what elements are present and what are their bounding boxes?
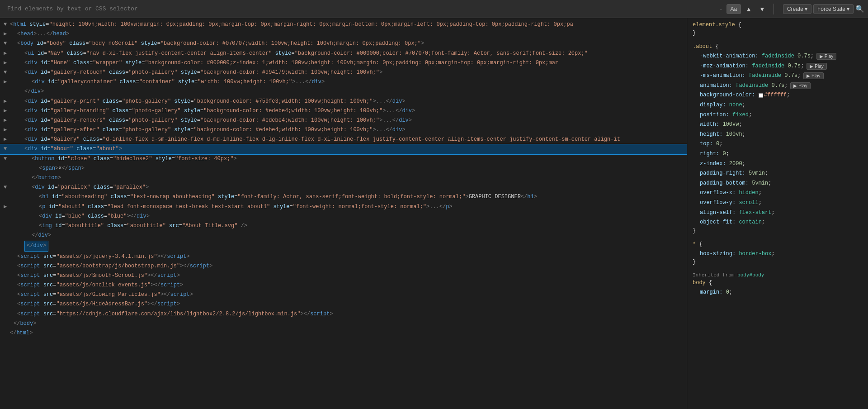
dom-line[interactable]: ▶ <div id="gallery-branding" class="phot…	[0, 106, 687, 116]
animation-play-button[interactable]: ▶ Play	[790, 82, 810, 89]
dom-line[interactable]: ▼ <html style="height: 100vh;width: 100v…	[0, 20, 687, 29]
dom-line[interactable]: ▼ <div id="gallery-retouch" class="photo…	[0, 68, 687, 77]
dom-content: <img id="abouttitle" class="abouttitle" …	[39, 222, 247, 230]
dom-content: <script src="assets/bootstrap/js/bootstr…	[17, 262, 212, 271]
dom-line[interactable]: </div>	[0, 87, 687, 96]
tree-toggle	[4, 241, 10, 249]
css-box-sizing: box-sizing: border-box ;	[693, 249, 863, 259]
tree-toggle[interactable]: ▶	[4, 59, 10, 67]
dom-line[interactable]: </button>	[0, 173, 687, 183]
dom-content: <div id="gallery-print" class="photo-gal…	[24, 97, 406, 106]
tree-toggle	[4, 329, 10, 338]
body-block: body { margin: 0 ;	[693, 280, 863, 298]
force-state-label: Force State	[817, 6, 845, 12]
dom-line[interactable]: ▼ <button id="close" class="hideclose2" …	[0, 154, 687, 164]
dom-content: <script src="assets/js/HideAdressBar.js"…	[17, 300, 180, 309]
dom-line[interactable]: <script src="assets/js/Smooth-Scrool.js"…	[0, 271, 687, 281]
css-object-fit: object-fit: contain ;	[693, 218, 863, 228]
inherited-label: Inherited from body#body	[693, 272, 863, 278]
dom-content: <span>×</span>	[39, 164, 85, 173]
inherited-body-link[interactable]: body#body	[737, 272, 764, 278]
tree-toggle[interactable]: ▶	[4, 97, 10, 106]
dom-content: <p id="about1" class="lead font-monospac…	[39, 203, 453, 211]
toolbar-dot-btn[interactable]: ·	[717, 4, 725, 14]
dom-line[interactable]: ▶ <ul id="Nav" class="nav d-xl-flex just…	[0, 49, 687, 58]
dom-line[interactable]: <script src="assets/js/jquery-3.4.1.min.…	[0, 252, 687, 262]
force-state-button[interactable]: Force State ▾	[813, 4, 854, 14]
dom-line[interactable]: </div>	[0, 231, 687, 240]
dom-line[interactable]: ▶ <div id="gallery-renders" class="photo…	[0, 116, 687, 125]
toolbar-right-buttons: · Aa ▲ ▼	[717, 4, 768, 14]
tree-toggle[interactable]: ▶	[4, 203, 10, 211]
dom-line[interactable]: <script src="assets/bootstrap/js/bootstr…	[0, 262, 687, 271]
tree-toggle[interactable]: ▶	[4, 78, 10, 86]
tree-toggle[interactable]: ▶	[4, 116, 10, 125]
about-block-close: }	[693, 228, 863, 234]
dom-line[interactable]: <script src="https://cdnjs.cloudflare.co…	[0, 309, 687, 319]
dom-line[interactable]: ▶ <p id="about1" class="lead font-monosp…	[0, 202, 687, 212]
dom-line[interactable]: ▶ <head>...</head>	[0, 29, 687, 39]
dom-content: <script src="assets/js/Smooth-Scrool.js"…	[17, 271, 180, 280]
toolbar-aa-btn[interactable]: Aa	[726, 4, 741, 14]
dom-line[interactable]: <div id="blue" class="blue"></div>	[0, 212, 687, 221]
tree-toggle[interactable]: ▼	[4, 145, 10, 153]
css-align-self: align-self: flex-start ;	[693, 208, 863, 218]
webkit-animation-play-button[interactable]: ▶ Play	[816, 53, 836, 60]
tree-toggle	[4, 290, 10, 299]
css-overflow-y: overflow-y: scroll ;	[693, 198, 863, 208]
dom-line[interactable]: ▶ <div id="Home" class="wrapper" style="…	[0, 58, 687, 68]
tree-toggle[interactable]: ▶	[4, 126, 10, 134]
styles-search-button[interactable]: 🔍	[855, 5, 864, 13]
dom-content: <div id="gallery-branding" class="photo-…	[24, 107, 415, 115]
create-button[interactable]: Create ▾	[783, 4, 811, 14]
tree-toggle[interactable]: ▼	[4, 20, 10, 29]
css-width: width: 100vw ;	[693, 120, 863, 130]
dom-content: </button>	[32, 174, 61, 182]
tree-toggle	[4, 193, 10, 201]
dom-line[interactable]: ▶ <div id="gallery-print" class="photo-g…	[0, 97, 687, 106]
bg-color-swatch[interactable]	[759, 93, 763, 98]
dom-content: <body id="body" class="body noScroll" st…	[17, 39, 424, 48]
dom-line[interactable]: ▶ <div id="Gallery" class="d-inline-flex…	[0, 135, 687, 144]
css-margin: margin: 0 ;	[693, 288, 863, 298]
dom-line[interactable]: ▼ <div id="parallex" class="parallex">	[0, 183, 687, 192]
dom-content: <div id="parallex" class="parallex">	[32, 183, 149, 192]
tree-toggle[interactable]: ▼	[4, 155, 10, 163]
tree-toggle[interactable]: ▶	[4, 107, 10, 115]
tree-toggle[interactable]: ▶	[4, 30, 10, 38]
dom-content: <div id="blue" class="blue"></div>	[39, 212, 150, 221]
dom-line[interactable]: <script src="assets/js/Glowing Particles…	[0, 290, 687, 300]
css-moz-animation: -moz-animation: fadeinside 0.7s ; ▶ Play	[693, 62, 863, 71]
universal-block: * { box-sizing: border-box ; }	[693, 241, 863, 266]
dom-content: </div>	[24, 87, 44, 96]
tree-toggle[interactable]: ▼	[4, 39, 10, 48]
element-style-selector: element.style {	[693, 22, 863, 28]
toolbar-down-btn[interactable]: ▼	[756, 4, 768, 14]
dom-line[interactable]: ▶ <div id="gallery-after" class="photo-g…	[0, 125, 687, 135]
dom-line[interactable]: </body>	[0, 319, 687, 328]
dom-line[interactable]: ▼ <body id="body" class="body noScroll" …	[0, 39, 687, 48]
tree-toggle[interactable]: ▶	[4, 135, 10, 144]
force-state-arrow-icon: ▾	[847, 6, 849, 12]
dom-line[interactable]: ▶ <div id="gallerycontainer" class="cont…	[0, 77, 687, 87]
dom-content: <script src="assets/js/jquery-3.4.1.min.…	[17, 252, 190, 261]
toolbar-up-btn[interactable]: ▲	[743, 4, 755, 14]
dom-line[interactable]: </html>	[0, 328, 687, 338]
dom-line[interactable]: <script src="assets/js/onclick events.js…	[0, 281, 687, 290]
dom-line[interactable]: <span>×</span>	[0, 164, 687, 173]
dom-line[interactable]: <img id="abouttitle" class="abouttitle" …	[0, 221, 687, 231]
dom-line[interactable]: <h1 id="aboutheading" class="text-nowrap…	[0, 192, 687, 202]
dom-content: </html>	[10, 329, 33, 338]
create-label: Create	[787, 6, 803, 12]
tree-toggle[interactable]: ▶	[4, 49, 10, 58]
dom-search-input[interactable]	[4, 4, 714, 14]
tree-toggle[interactable]: ▼	[4, 183, 10, 192]
dom-line-selected[interactable]: ▼ <div id="about" class="about">	[0, 144, 687, 154]
ms-animation-play-button[interactable]: ▶ Play	[803, 72, 823, 79]
dom-line-closing-selected[interactable]: </div>	[0, 240, 687, 252]
tree-toggle[interactable]: ▼	[4, 68, 10, 77]
dom-line[interactable]: <script src="assets/js/HideAdressBar.js"…	[0, 300, 687, 309]
moz-animation-play-button[interactable]: ▶ Play	[807, 63, 826, 70]
element-style-close: }	[693, 30, 863, 36]
dom-panel[interactable]: ▼ <html style="height: 100vh;width: 100v…	[0, 18, 687, 409]
